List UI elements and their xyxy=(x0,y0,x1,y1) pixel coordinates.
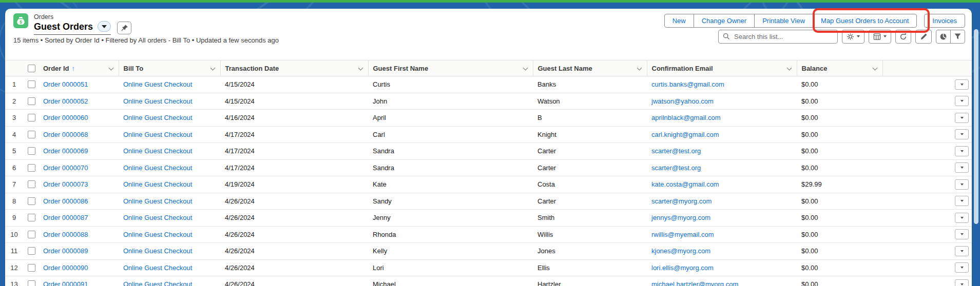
order-id-link[interactable]: Order 0000060 xyxy=(43,114,88,121)
row-actions-button[interactable] xyxy=(955,279,969,286)
row-actions-button[interactable] xyxy=(955,246,969,256)
map-guest-orders-to-account-button[interactable]: Map Guest Orders to Account xyxy=(813,14,917,28)
confirmation-email-link[interactable]: scarter@test.org xyxy=(651,164,701,172)
bill-to-link[interactable]: Online Guest Checkout xyxy=(123,247,192,255)
row-actions-button[interactable] xyxy=(955,162,969,173)
confirmation-email-link[interactable]: curtis.banks@gmail.com xyxy=(651,80,724,88)
filter-button[interactable] xyxy=(950,30,965,44)
list-view-controls-button[interactable] xyxy=(842,30,864,44)
row-checkbox[interactable] xyxy=(28,180,35,188)
inline-edit-button[interactable] xyxy=(915,30,932,44)
chevron-down-icon[interactable] xyxy=(108,66,113,71)
select-all-checkbox[interactable] xyxy=(28,65,35,72)
bill-to-link[interactable]: Online Guest Checkout xyxy=(123,164,192,172)
charts-button[interactable] xyxy=(936,30,951,44)
order-id-link[interactable]: Order 0000087 xyxy=(43,214,88,221)
bill-to-link[interactable]: Online Guest Checkout xyxy=(123,147,192,155)
order-id-link[interactable]: Order 0000089 xyxy=(43,247,88,255)
row-actions-button[interactable] xyxy=(955,213,969,223)
row-actions-button[interactable] xyxy=(955,129,969,139)
confirmation-email-link[interactable]: jwatson@yahoo.com xyxy=(651,97,714,105)
bill-to-link[interactable]: Online Guest Checkout xyxy=(123,264,192,272)
change-owner-button[interactable]: Change Owner xyxy=(694,14,755,28)
order-id-link[interactable]: Order 0000090 xyxy=(43,264,88,272)
order-id-link[interactable]: Order 0000068 xyxy=(43,131,88,138)
order-id-link[interactable]: Order 0000086 xyxy=(43,197,88,205)
row-checkbox[interactable] xyxy=(28,164,35,172)
row-checkbox[interactable] xyxy=(28,231,35,238)
column-header-guest-last-name[interactable]: Guest Last Name xyxy=(533,60,647,76)
column-header-guest-first-name[interactable]: Guest First Name xyxy=(368,60,533,76)
chevron-down-icon[interactable] xyxy=(358,66,363,71)
column-header-confirmation-email[interactable]: Confirmation Email xyxy=(647,60,797,76)
printable-view-button[interactable]: Printable View xyxy=(754,14,813,28)
row-checkbox[interactable] xyxy=(28,214,35,221)
cell-bill-to: Online Guest Checkout xyxy=(119,176,220,193)
confirmation-email-link[interactable]: lori.ellis@myorg.com xyxy=(651,264,714,272)
order-id-link[interactable]: Order 0000051 xyxy=(43,80,88,88)
order-id-link[interactable]: Order 0000073 xyxy=(43,180,88,188)
bill-to-link[interactable]: Online Guest Checkout xyxy=(123,197,192,205)
new-button[interactable]: New xyxy=(664,14,694,28)
row-actions-button[interactable] xyxy=(955,229,969,239)
chevron-down-icon xyxy=(960,250,964,252)
row-actions-button[interactable] xyxy=(955,96,969,106)
row-checkbox[interactable] xyxy=(28,147,35,155)
chevron-down-icon[interactable] xyxy=(786,66,792,71)
chevron-down-icon[interactable] xyxy=(872,66,877,71)
search-input[interactable] xyxy=(718,30,838,44)
row-number: 7 xyxy=(5,176,23,193)
cell-order-id: Order 0000086 xyxy=(39,193,119,210)
row-actions-button[interactable] xyxy=(955,179,969,190)
row-checkbox[interactable] xyxy=(28,131,35,138)
order-id-link[interactable]: Order 0000088 xyxy=(43,231,88,238)
order-id-link[interactable]: Order 0000091 xyxy=(43,280,88,286)
confirmation-email-link[interactable]: kate.costa@gmail.com xyxy=(651,180,719,188)
row-actions-button[interactable] xyxy=(955,146,969,156)
invoices-button[interactable]: Invoices xyxy=(924,14,965,28)
row-select-cell xyxy=(23,159,39,176)
confirmation-email-link[interactable]: rwillis@myemail.com xyxy=(651,231,714,238)
bill-to-link[interactable]: Online Guest Checkout xyxy=(123,280,192,286)
row-actions-button[interactable] xyxy=(955,79,969,90)
confirmation-email-link[interactable]: carl.knight@gmail.com xyxy=(651,131,719,138)
row-checkbox[interactable] xyxy=(28,197,35,205)
chevron-down-icon[interactable] xyxy=(523,66,528,71)
confirmation-email-link[interactable]: aprilnblack@gmail.com xyxy=(651,114,721,121)
display-as-button[interactable] xyxy=(869,30,891,44)
confirmation-email-link[interactable]: jennys@myorg.com xyxy=(651,214,710,221)
page-scrollbar[interactable] xyxy=(974,29,978,224)
confirmation-email-link[interactable]: scarter@myorg.com xyxy=(651,197,712,205)
chevron-down-icon[interactable] xyxy=(210,66,215,71)
row-checkbox[interactable] xyxy=(28,114,35,121)
row-checkbox[interactable] xyxy=(28,97,35,105)
row-checkbox[interactable] xyxy=(28,280,35,286)
confirmation-email-link[interactable]: kjones@myorg.com xyxy=(651,247,710,255)
chevron-down-icon[interactable] xyxy=(637,66,642,71)
row-checkbox[interactable] xyxy=(28,247,35,255)
column-header-balance[interactable]: Balance xyxy=(797,60,882,76)
confirmation-email-link[interactable]: michael.hartzler@myorg.com xyxy=(651,280,738,286)
order-id-link[interactable]: Order 0000069 xyxy=(43,147,88,155)
column-header-order-id[interactable]: Order Id↑ xyxy=(39,60,119,76)
column-header-bill-to[interactable]: Bill To xyxy=(119,60,220,76)
bill-to-link[interactable]: Online Guest Checkout xyxy=(123,80,192,88)
row-actions-button[interactable] xyxy=(955,262,969,273)
bill-to-link[interactable]: Online Guest Checkout xyxy=(123,214,192,221)
bill-to-link[interactable]: Online Guest Checkout xyxy=(123,180,192,188)
row-actions-button[interactable] xyxy=(955,196,969,206)
bill-to-link[interactable]: Online Guest Checkout xyxy=(123,231,192,238)
confirmation-email-link[interactable]: scarter@test.org xyxy=(651,147,701,155)
row-actions-button[interactable] xyxy=(955,113,969,123)
order-id-link[interactable]: Order 0000070 xyxy=(43,164,88,172)
row-checkbox[interactable] xyxy=(28,80,35,88)
refresh-button[interactable] xyxy=(895,30,911,44)
bill-to-link[interactable]: Online Guest Checkout xyxy=(123,114,192,121)
cell-guest-first-name: Kate xyxy=(368,176,533,193)
row-checkbox[interactable] xyxy=(28,264,35,272)
cell-row-actions xyxy=(882,193,972,210)
column-header-transaction-date[interactable]: Transaction Date xyxy=(220,60,368,76)
order-id-link[interactable]: Order 0000052 xyxy=(43,97,88,105)
bill-to-link[interactable]: Online Guest Checkout xyxy=(123,131,192,138)
bill-to-link[interactable]: Online Guest Checkout xyxy=(123,97,192,105)
